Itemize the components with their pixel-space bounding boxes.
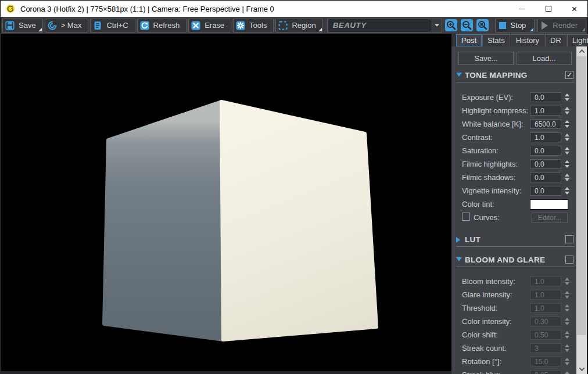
- spinner-up-icon: [565, 304, 569, 307]
- stop-button[interactable]: Stop: [495, 19, 535, 33]
- scroll-down-button[interactable]: [576, 364, 587, 374]
- spinner-up-icon[interactable]: [565, 160, 569, 163]
- collapse-triangle-icon[interactable]: [456, 257, 462, 261]
- field-label: Exposure (EV):: [462, 93, 513, 102]
- render-pass-selector[interactable]: BEAUTY: [327, 19, 442, 33]
- spinner-up-icon[interactable]: [565, 120, 569, 123]
- erase-button[interactable]: Erase: [188, 19, 231, 33]
- filmic-highlights-input[interactable]: 0.0: [530, 159, 561, 169]
- filmic-highlights-row: Filmic highlights: 0.0: [451, 159, 576, 169]
- tone-mapping-enable-checkbox[interactable]: ✓: [565, 71, 573, 79]
- expand-triangle-icon[interactable]: [456, 237, 460, 243]
- color-tint-swatch[interactable]: [530, 199, 568, 210]
- zoom-out-icon: [460, 19, 474, 32]
- minimize-button[interactable]: [509, 1, 535, 17]
- spinner-up-icon: [565, 358, 569, 361]
- zoom-in-button[interactable]: [444, 19, 458, 32]
- zoom-reset-button[interactable]: [476, 19, 489, 32]
- render-viewport[interactable]: [1, 34, 451, 371]
- zoom-out-button[interactable]: [460, 19, 474, 32]
- spinner-down-icon[interactable]: [565, 152, 569, 154]
- spinner: [564, 303, 570, 313]
- copy-button-label: Ctrl+C: [106, 21, 128, 30]
- highlight-compress-input[interactable]: 1.0: [530, 106, 561, 116]
- bloom-intensity-row: Bloom intensity: 1.0: [451, 276, 576, 286]
- collapse-triangle-icon[interactable]: [456, 73, 462, 77]
- titlebar[interactable]: Corona 3 (Hotfix 2) | 775×581px (1:1) | …: [1, 1, 587, 17]
- tab-post[interactable]: Post: [456, 34, 482, 46]
- spinner-up-icon[interactable]: [565, 134, 569, 136]
- spinner-down-icon[interactable]: [565, 125, 569, 128]
- spinner[interactable]: [564, 132, 570, 142]
- spinner[interactable]: [564, 106, 570, 116]
- spinner-up-icon[interactable]: [565, 147, 569, 150]
- spinner-up-icon[interactable]: [565, 174, 569, 177]
- tab-history[interactable]: History: [511, 34, 544, 46]
- load-settings-button[interactable]: Load...: [517, 52, 572, 65]
- saturation-row: Saturation: 0.0: [451, 146, 576, 156]
- spinner[interactable]: [564, 92, 570, 102]
- bloom-glare-enable-checkbox[interactable]: [565, 256, 573, 264]
- field-label: Filmic shadows:: [462, 173, 515, 182]
- spinner-down-icon[interactable]: [565, 178, 569, 181]
- send-to-max-button[interactable]: > Max: [45, 19, 89, 33]
- section-header-bloom-glare[interactable]: BLOOM AND GLARE: [451, 256, 576, 265]
- spinner-down-icon: [565, 309, 569, 312]
- close-button[interactable]: ×: [561, 1, 587, 17]
- spinner[interactable]: [564, 146, 570, 156]
- save-settings-button[interactable]: Save...: [458, 52, 514, 65]
- curves-row: Curves: Editor...: [451, 213, 576, 222]
- curves-checkbox[interactable]: [462, 213, 470, 221]
- refresh-button[interactable]: Refresh: [137, 19, 187, 33]
- spinner[interactable]: [564, 186, 570, 196]
- field-label: White balance [K]:: [462, 120, 524, 128]
- section-header-lut[interactable]: LUT: [451, 235, 576, 245]
- close-icon: ×: [572, 4, 578, 14]
- spinner-down-icon[interactable]: [565, 98, 569, 101]
- tools-button-label: Tools: [249, 21, 267, 30]
- copy-button[interactable]: Ctrl+C: [90, 19, 135, 33]
- saturation-input[interactable]: 0.0: [530, 146, 561, 156]
- region-button[interactable]: Region: [275, 19, 322, 33]
- spinner-down-icon[interactable]: [565, 112, 569, 114]
- spinner: [564, 357, 570, 366]
- exposure-input[interactable]: 0.0: [530, 92, 561, 102]
- spinner-down-icon: [565, 322, 569, 325]
- save-button[interactable]: Save: [2, 19, 43, 33]
- contrast-input[interactable]: 1.0: [530, 132, 561, 142]
- tab-lightmix[interactable]: LightMix: [567, 34, 588, 46]
- streak-blur-row: Streak blur: 0.05: [451, 370, 576, 374]
- white-balance-input[interactable]: 6500.0: [530, 119, 561, 129]
- gear-icon: [235, 20, 246, 31]
- tab-stats[interactable]: Stats: [482, 34, 510, 46]
- panel-scrollbar[interactable]: [576, 46, 587, 374]
- spinner-down-icon[interactable]: [565, 138, 569, 141]
- spinner-up-icon[interactable]: [565, 107, 569, 110]
- spinner: [564, 370, 570, 374]
- spinner[interactable]: [564, 172, 570, 182]
- scroll-up-button[interactable]: [576, 46, 587, 56]
- spinner-up-icon[interactable]: [565, 187, 569, 190]
- spinner: [564, 330, 570, 340]
- field-label: Threshold:: [462, 304, 497, 312]
- color-intensity-row: Color intensity: 0.30: [451, 317, 576, 326]
- spinner-up-icon[interactable]: [565, 94, 569, 96]
- spinner-down-icon: [565, 296, 569, 299]
- spinner-down-icon[interactable]: [565, 165, 569, 168]
- vignette-input[interactable]: 0.0: [530, 186, 561, 196]
- filmic-shadows-input[interactable]: 0.0: [530, 172, 561, 182]
- render-pass-value: BEAUTY: [328, 21, 432, 30]
- maximize-button[interactable]: [535, 1, 561, 17]
- tab-dr[interactable]: DR: [545, 34, 567, 46]
- chevron-down-icon: [435, 24, 439, 27]
- floppy-icon: [5, 20, 15, 31]
- tools-button[interactable]: Tools: [233, 19, 274, 33]
- scrollbar-thumb[interactable]: [577, 56, 586, 335]
- spinner[interactable]: [564, 119, 570, 129]
- spinner-up-icon: [565, 291, 569, 294]
- lut-enable-checkbox[interactable]: [565, 235, 573, 243]
- spinner-down-icon[interactable]: [565, 192, 569, 195]
- render-pass-dropdown-button[interactable]: [432, 19, 442, 32]
- spinner[interactable]: [564, 159, 570, 169]
- section-header-tone-mapping[interactable]: TONE MAPPING ✓: [451, 71, 576, 81]
